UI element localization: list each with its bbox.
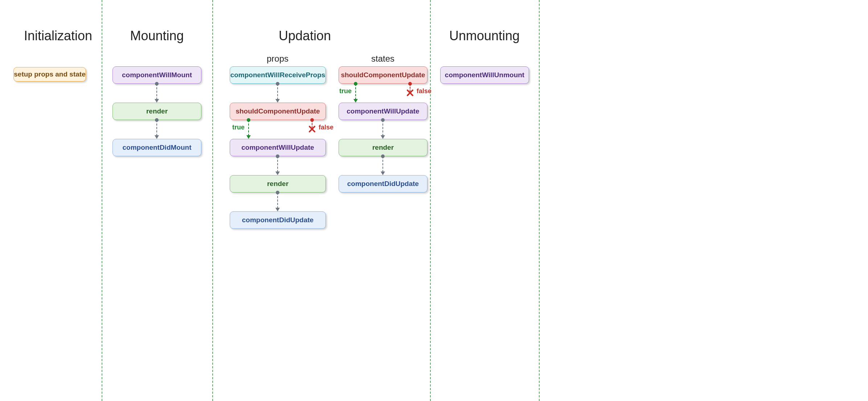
- section-title-unmounting: Unmounting: [430, 28, 539, 44]
- node-component-will-unmount: componentWillUnmount: [440, 66, 529, 84]
- node-props-should-component-update: shouldComponentUpdate: [230, 103, 326, 120]
- column-divider: [539, 0, 540, 401]
- node-states-should-component-update: shouldComponentUpdate: [339, 66, 427, 84]
- label-true: true: [232, 124, 245, 131]
- label-true: true: [339, 87, 352, 95]
- node-component-will-receive-props: componentWillReceiveProps: [230, 66, 326, 84]
- node-props-component-did-update: componentDidUpdate: [230, 211, 326, 229]
- subhead-props: props: [259, 54, 296, 64]
- section-title-mounting: Mounting: [109, 28, 205, 44]
- node-mount-render: render: [112, 103, 201, 120]
- label-false: false: [417, 87, 431, 95]
- node-states-component-will-update: componentWillUpdate: [339, 103, 427, 120]
- column-divider: [212, 0, 213, 401]
- column-divider: [102, 0, 102, 401]
- node-setup-props-state: setup props and state: [13, 67, 86, 82]
- node-states-component-did-update: componentDidUpdate: [339, 175, 427, 193]
- node-component-did-mount: componentDidMount: [112, 139, 201, 156]
- x-icon: [406, 89, 414, 97]
- section-title-initialization: Initialization: [16, 28, 100, 44]
- node-states-render: render: [339, 139, 427, 156]
- section-title-updation: Updation: [254, 28, 356, 44]
- node-component-will-mount: componentWillMount: [112, 66, 201, 84]
- column-divider: [430, 0, 431, 401]
- node-props-component-will-update: componentWillUpdate: [230, 139, 326, 156]
- subhead-states: states: [365, 54, 401, 64]
- label-false: false: [319, 124, 333, 131]
- node-props-render: render: [230, 175, 326, 193]
- x-icon: [308, 125, 316, 133]
